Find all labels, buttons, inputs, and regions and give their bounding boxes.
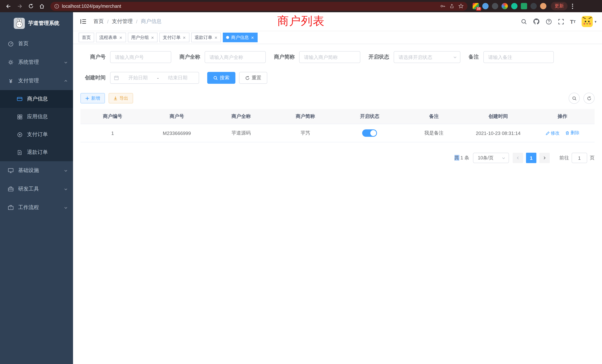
chevron-down-icon <box>64 205 68 210</box>
extension-badge: 10 <box>476 7 481 11</box>
col-header: 操作 <box>530 109 595 124</box>
sidebar-item-refund-order[interactable]: 退款订单 <box>0 143 73 161</box>
close-icon[interactable]: × <box>119 35 122 40</box>
sidebar-item-dev-tools[interactable]: 研发工具 <box>0 180 73 198</box>
extension-icon[interactable] <box>511 3 517 9</box>
sidebar-item-label: 工作流程 <box>18 204 39 211</box>
tab-pay-order[interactable]: 支付订单× <box>159 33 189 42</box>
close-icon[interactable]: × <box>214 35 218 40</box>
total-text: 共 1 条 <box>454 155 469 161</box>
short-name-input[interactable] <box>299 51 360 63</box>
cell-remark: 我是备注 <box>402 124 466 142</box>
sidebar-item-label: 基础设施 <box>18 167 39 174</box>
sidebar-item-pay-order[interactable]: 支付订单 <box>0 126 73 143</box>
page-number-button[interactable]: 1 <box>526 153 536 163</box>
chevron-down-icon <box>64 60 68 64</box>
header-search-icon[interactable] <box>521 18 527 25</box>
sidebar-item-label: 应用信息 <box>27 113 48 120</box>
fullscreen-icon[interactable] <box>558 18 564 25</box>
close-icon[interactable]: × <box>182 35 186 40</box>
extension-icon[interactable] <box>502 3 508 9</box>
close-icon[interactable]: × <box>251 35 254 40</box>
status-select[interactable] <box>394 51 460 63</box>
sidebar-item-merchant-info[interactable]: 商户信息 <box>0 90 73 108</box>
extension-icon[interactable] <box>492 3 498 9</box>
breadcrumb-current: 商户信息 <box>141 18 162 25</box>
filter-label: 商户号 <box>80 54 106 60</box>
target-icon <box>16 131 23 138</box>
sidebar-item-infrastructure[interactable]: 基础设施 <box>0 161 73 180</box>
browser-toolbar: localhost:1024/pay/merchant 10 更新 <box>0 0 602 12</box>
browser-home-button[interactable] <box>37 1 47 11</box>
sidebar-toggle-icon[interactable] <box>79 17 88 26</box>
chevron-down-icon <box>64 169 68 172</box>
bookmark-star-icon[interactable] <box>458 3 464 9</box>
user-menu[interactable]: ▾ <box>582 16 596 27</box>
refresh-table-icon[interactable] <box>583 93 595 104</box>
profile-avatar-icon[interactable] <box>540 3 546 9</box>
browser-forward-button[interactable] <box>15 1 24 11</box>
add-button[interactable]: 新增 <box>80 93 105 103</box>
prev-page-button[interactable] <box>513 153 523 163</box>
share-icon[interactable] <box>449 3 454 9</box>
filter-label: 商户简称 <box>274 54 295 60</box>
sidebar-item-app-info[interactable]: 应用信息 <box>0 108 73 126</box>
sidebar-item-workflow[interactable]: 工作流程 <box>0 198 73 217</box>
delete-link[interactable]: 删除 <box>565 130 579 136</box>
goto-label: 前往 <box>559 155 569 161</box>
grid-icon <box>16 113 23 120</box>
table-header-row: 商户编号 商户号 商户全称 商户简称 开启状态 备注 创建时间 操作 <box>80 109 595 124</box>
remark-input[interactable] <box>483 51 554 63</box>
sidebar-item-label: 商户信息 <box>27 96 48 102</box>
monitor-icon <box>7 167 14 174</box>
password-key-icon[interactable] <box>440 3 446 9</box>
breadcrumb-payment[interactable]: 支付管理 <box>112 18 133 25</box>
help-icon[interactable] <box>546 18 552 25</box>
next-page-button[interactable] <box>539 153 550 163</box>
tab-home[interactable]: 首页 <box>79 33 94 42</box>
extension-icon[interactable] <box>530 3 537 9</box>
url-text[interactable]: localhost:1024/pay/merchant <box>62 3 436 9</box>
extension-icon[interactable] <box>521 3 527 9</box>
browser-back-button[interactable] <box>4 1 13 11</box>
github-icon[interactable] <box>533 18 539 25</box>
tab-merchant-info[interactable]: 商户信息× <box>223 33 258 42</box>
extension-icon[interactable] <box>482 3 489 9</box>
cell-merchant-no: M233666999 <box>145 124 209 142</box>
status-toggle[interactable] <box>362 129 377 137</box>
app-title: 芋道管理系统 <box>28 20 59 27</box>
sidebar-item-home[interactable]: 首页 <box>0 34 73 53</box>
address-bar[interactable]: localhost:1024/pay/merchant <box>50 2 467 11</box>
breadcrumb-home[interactable]: 首页 <box>93 18 104 25</box>
edit-link[interactable]: 修改 <box>546 130 559 136</box>
full-name-input[interactable] <box>205 51 266 63</box>
browser-menu-icon[interactable] <box>572 3 573 9</box>
export-button[interactable]: 导出 <box>109 93 133 103</box>
goto-page-input[interactable] <box>572 153 587 163</box>
extension-icon[interactable]: 10 <box>473 3 479 9</box>
merchant-no-input[interactable] <box>110 51 171 63</box>
site-info-icon[interactable] <box>54 3 59 9</box>
browser-refresh-button[interactable] <box>26 1 36 11</box>
tab-process-form[interactable]: 流程表单× <box>96 33 126 42</box>
sidebar-item-system[interactable]: 系统管理 <box>0 53 73 72</box>
filter-status: 开启状态 <box>368 51 460 63</box>
caret-down-icon: ▾ <box>595 20 596 23</box>
date-range-picker[interactable]: 开始日期 - 结束日期 <box>110 72 199 84</box>
sidebar-item-payment[interactable]: ¥ 支付管理 <box>0 72 73 90</box>
page-size-select[interactable] <box>473 153 509 163</box>
cell-full-name: 芋道源码 <box>209 124 273 142</box>
tab-user-group[interactable]: 用户分组× <box>128 33 158 42</box>
close-icon[interactable]: × <box>151 35 154 40</box>
briefcase-icon <box>7 204 14 211</box>
search-button[interactable]: 搜索 <box>207 72 235 84</box>
page-suffix: 页 <box>590 155 595 161</box>
reset-button[interactable]: 重置 <box>239 72 267 84</box>
browser-update-button[interactable]: 更新 <box>551 2 568 10</box>
page-size-value[interactable] <box>473 153 509 163</box>
toggle-search-icon[interactable] <box>569 93 580 104</box>
tab-refund-order[interactable]: 退款订单× <box>191 33 221 42</box>
app-logo[interactable]: 芋道管理系统 <box>0 12 73 34</box>
col-header: 商户简称 <box>273 109 337 124</box>
font-size-icon[interactable]: TT <box>570 18 576 25</box>
